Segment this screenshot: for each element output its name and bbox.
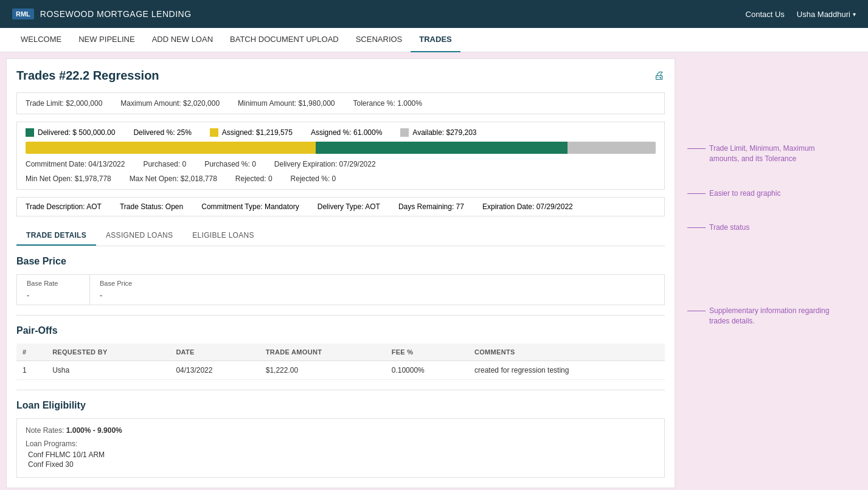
chevron-down-icon: ▾ — [853, 11, 856, 18]
rejected: Rejected: 0 — [235, 174, 273, 183]
base-price-col: Base Price - — [90, 275, 163, 305]
base-price-header: Base Rate - Base Price - — [17, 275, 664, 305]
base-rate-value: - — [27, 291, 80, 300]
section-divider-1 — [16, 315, 665, 316]
loan-program-1: Conf Fixed 30 — [28, 460, 656, 469]
nav-scenarios[interactable]: SCENARIOS — [347, 28, 411, 52]
annotation-3: Supplementary information regarding trad… — [687, 306, 833, 326]
loan-eligibility-title: Loan Eligibility — [16, 400, 665, 411]
logo: RML — [12, 9, 34, 19]
cell-fee-pct: 0.10000% — [386, 361, 468, 380]
header-right: Contact Us Usha Maddhuri ▾ — [746, 10, 856, 19]
trade-limit: Trade Limit: $2,000,000 — [26, 99, 102, 108]
stats-row-1: Commitment Date: 04/13/2022 Purchased: 0… — [26, 160, 656, 168]
base-price-label: Base Price — [100, 280, 153, 287]
assigned-pct: Assigned %: 61.000% — [311, 128, 382, 137]
trade-info-bar: Trade Limit: $2,000,000 Maximum Amount: … — [16, 92, 665, 114]
pair-offs-title: Pair-Offs — [16, 325, 665, 336]
annotation-line-0 — [687, 148, 706, 149]
page-title: Trades #22.2 Regression — [16, 69, 159, 83]
tabs: TRADE DETAILS ASSIGNED LOANS ELIGIBLE LO… — [16, 226, 665, 246]
header-title: ROSEWOOD MORTGAGE LENDING — [40, 9, 192, 19]
section-divider-2 — [16, 390, 665, 390]
progress-labels: Delivered: $ 500,000.00 Delivered %: 25%… — [26, 128, 656, 137]
annotation-text-1: Easier to read graphic — [709, 188, 780, 199]
col-num: # — [16, 343, 46, 361]
annotation-text-2: Trade status — [709, 223, 749, 233]
delivered-pct: Delivered %: 25% — [133, 128, 191, 137]
pair-offs-thead: # REQUESTED BY DATE TRADE AMOUNT FEE % C… — [16, 343, 665, 361]
loan-programs-label: Loan Programs: — [26, 440, 656, 448]
bar-green — [316, 142, 568, 154]
commitment-date: Commitment Date: 04/13/2022 — [26, 160, 125, 168]
nav-add-new-loan[interactable]: ADD NEW LOAN — [144, 28, 221, 52]
annotations-panel: Trade Limit, Minimum, Maximum amounts, a… — [681, 52, 839, 490]
loan-program-0: Conf FHLMC 10/1 ARM — [28, 450, 656, 459]
nav-batch-document-upload[interactable]: BATCH DOCUMENT UPLOAD — [221, 28, 347, 52]
cell-comments: created for regression testing — [468, 361, 665, 380]
trade-status: Trade Status: Open — [120, 202, 183, 211]
assigned-color-box — [210, 128, 218, 137]
col-date: DATE — [170, 343, 259, 361]
available-label: Available: $279,203 — [412, 128, 476, 137]
pair-offs-table: # REQUESTED BY DATE TRADE AMOUNT FEE % C… — [16, 343, 665, 380]
available-color-box — [400, 128, 409, 137]
note-rates-value: 1.000% - 9.900% — [66, 426, 122, 435]
base-price-table: Base Rate - Base Price - — [16, 274, 665, 305]
contact-us-link[interactable]: Contact Us — [746, 10, 785, 19]
cell-num: 1 — [16, 361, 46, 380]
bar-gray — [568, 142, 656, 154]
loan-eligibility-box: Note Rates: 1.000% - 9.900% Loan Program… — [16, 418, 665, 478]
nav-trades[interactable]: TRADES — [411, 28, 460, 52]
note-rates: Note Rates: 1.000% - 9.900% — [26, 426, 656, 435]
pair-offs-tbody: 1 Usha 04/13/2022 $1,222.00 0.10000% cre… — [16, 361, 665, 380]
user-menu[interactable]: Usha Maddhuri ▾ — [797, 10, 856, 19]
progress-section: Delivered: $ 500,000.00 Delivered %: 25%… — [16, 122, 665, 190]
available-label-item: Available: $279,203 — [400, 128, 476, 137]
col-comments: COMMENTS — [468, 343, 665, 361]
tab-assigned-loans[interactable]: ASSIGNED LOANS — [96, 226, 182, 246]
base-price-title: Base Price — [16, 256, 665, 267]
nav-welcome[interactable]: WELCOME — [12, 28, 70, 52]
cell-trade-amount: $1,222.00 — [260, 361, 386, 380]
annotation-text-3: Supplementary information regarding trad… — [709, 306, 833, 326]
annotation-1: Easier to read graphic — [687, 188, 833, 199]
main-nav: WELCOME NEW PIPELINE ADD NEW LOAN BATCH … — [0, 28, 868, 52]
stats-row-2: Min Net Open: $1,978,778 Max Net Open: $… — [26, 174, 656, 183]
min-net-open: Min Net Open: $1,978,778 — [26, 174, 111, 183]
purchased-pct: Purchased %: 0 — [204, 160, 256, 168]
pair-offs-table-wrapper: # REQUESTED BY DATE TRADE AMOUNT FEE % C… — [16, 343, 665, 380]
trade-description: Trade Description: AOT — [26, 202, 102, 211]
max-amount: Maximum Amount: $2,020,000 — [120, 99, 220, 108]
annotation-line-1 — [687, 193, 706, 194]
tab-eligible-loans[interactable]: ELIGIBLE LOANS — [182, 226, 264, 246]
tolerance: Tolerance %: 1.000% — [353, 99, 422, 108]
page-header: Trades #22.2 Regression 🖨 — [16, 69, 665, 83]
pair-offs-header-row: # REQUESTED BY DATE TRADE AMOUNT FEE % C… — [16, 343, 665, 361]
print-icon[interactable]: 🖨 — [654, 69, 665, 82]
cell-date: 04/13/2022 — [170, 361, 259, 380]
max-net-open: Max Net Open: $2,018,778 — [130, 174, 217, 183]
table-row: 1 Usha 04/13/2022 $1,222.00 0.10000% cre… — [16, 361, 665, 380]
base-rate-col: Base Rate - — [17, 275, 90, 305]
bar-yellow — [26, 142, 316, 154]
base-price-value: - — [100, 291, 153, 300]
assigned-label-item: Assigned: $1,219,575 — [210, 128, 293, 137]
col-fee-pct: FEE % — [386, 343, 468, 361]
base-rate-label: Base Rate — [27, 280, 80, 287]
cell-requested-by: Usha — [46, 361, 170, 380]
nav-new-pipeline[interactable]: NEW PIPELINE — [70, 28, 143, 52]
annotation-text-0: Trade Limit, Minimum, Maximum amounts, a… — [709, 143, 833, 164]
tab-trade-details[interactable]: TRADE DETAILS — [16, 226, 96, 246]
content-area: Trades #22.2 Regression 🖨 Trade Limit: $… — [6, 58, 675, 488]
rejected-pct: Rejected %: 0 — [291, 174, 336, 183]
note-rates-label: Note Rates: — [26, 426, 64, 435]
main-container: Trades #22.2 Regression 🖨 Trade Limit: $… — [0, 52, 868, 490]
min-amount: Minimum Amount: $1,980,000 — [238, 99, 335, 108]
delivered-label: Delivered: $ 500,000.00 — [38, 128, 115, 137]
annotation-line-3 — [687, 311, 706, 311]
trade-status-bar: Trade Description: AOT Trade Status: Ope… — [16, 197, 665, 216]
delivered-label-item: Delivered: $ 500,000.00 — [26, 128, 115, 137]
col-requested-by: REQUESTED BY — [46, 343, 170, 361]
annotation-0: Trade Limit, Minimum, Maximum amounts, a… — [687, 143, 833, 164]
